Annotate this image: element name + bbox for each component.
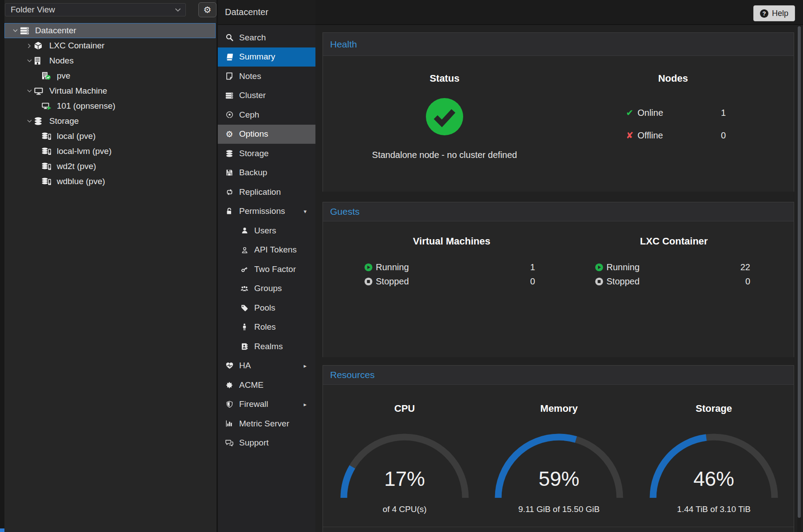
caret-down-icon[interactable] <box>24 89 34 93</box>
vm-heading: Virtual Machines <box>363 236 540 247</box>
resource-tree-panel: Folder View ⚙ Datacenter LXC Container <box>4 0 216 532</box>
menu-item-roles[interactable]: Roles <box>218 318 315 337</box>
menu-item-label: Users <box>254 226 276 236</box>
tree-item-storage-wdblue[interactable]: wdblue (pve) <box>4 174 216 189</box>
nodes-offline-label: Offline <box>638 130 721 141</box>
lxc-stopped-label: Stopped <box>606 276 745 287</box>
menu-item-options[interactable]: ⚙ Options <box>218 125 315 144</box>
top-bar: ? Help <box>315 0 803 25</box>
menu-item-summary[interactable]: Summary <box>218 47 315 67</box>
bar-chart-icon <box>224 420 235 427</box>
tree-item-datacenter[interactable]: Datacenter <box>4 23 216 38</box>
tree-item-storage-local[interactable]: local (pve) <box>4 129 216 144</box>
tree-item-nodes[interactable]: Nodes <box>4 53 216 68</box>
vm-running-row: Running 1 <box>364 260 535 274</box>
menu-item-users[interactable]: Users <box>218 221 315 240</box>
menu-item-ha[interactable]: HA ▸ <box>218 356 315 376</box>
menu-item-cluster[interactable]: Cluster <box>218 86 315 106</box>
tree-item-storage-wd2t[interactable]: wd2t (pve) <box>4 159 216 174</box>
book-icon <box>224 53 235 61</box>
storage-drive-icon <box>42 162 55 170</box>
tree-item-label: Datacenter <box>35 26 76 35</box>
monitor-icon <box>34 87 47 95</box>
tree-settings-button[interactable]: ⚙ <box>198 2 216 17</box>
menu-item-label: Metric Server <box>239 419 289 429</box>
caret-down-icon[interactable] <box>24 59 34 63</box>
status-message: Standalone node - no cluster defined <box>323 150 566 160</box>
caret-down-icon: ▾ <box>303 208 307 215</box>
menu-item-label: API Tokens <box>254 245 297 255</box>
menu-item-ceph[interactable]: Ceph <box>218 105 315 125</box>
tree-item-lxc-container[interactable]: LXC Container <box>4 38 216 53</box>
ceph-icon <box>224 111 235 118</box>
tree-item-label: wdblue (pve) <box>57 177 105 186</box>
server-stack-icon <box>20 27 33 35</box>
storage-drive-icon <box>42 147 55 155</box>
tree-item-vm-101[interactable]: 101 (opnsense) <box>4 99 216 114</box>
menu-item-acme[interactable]: ACME <box>218 375 315 395</box>
menu-item-label: Search <box>239 33 266 43</box>
person-icon <box>239 323 250 331</box>
guests-panel-body: Virtual Machines Running 1 Stopped 0 LXC… <box>323 221 794 357</box>
vertical-scrollbar[interactable] <box>797 25 801 532</box>
menu-item-permissions[interactable]: Permissions ▾ <box>218 202 315 221</box>
menu-item-label: HA <box>239 361 251 370</box>
tree-item-storage-local-lvm[interactable]: local-lvm (pve) <box>4 144 216 159</box>
caret-down-icon[interactable] <box>24 119 34 123</box>
menu-item-label: Replication <box>239 187 281 197</box>
menu-item-api-tokens[interactable]: API Tokens <box>218 240 315 260</box>
health-panel-body: Status Standalone node - no cluster defi… <box>323 56 794 192</box>
view-selector[interactable]: Folder View <box>5 3 186 16</box>
play-circle-icon <box>595 263 606 272</box>
tree-item-label: Nodes <box>49 56 74 66</box>
menu-item-firewall[interactable]: Firewall ▸ <box>218 395 315 414</box>
view-selector-label: Folder View <box>11 5 55 15</box>
menu-item-label: Permissions <box>239 206 285 216</box>
status-heading: Status <box>323 73 566 84</box>
health-panel-header: Health <box>323 33 794 56</box>
menu-item-pools[interactable]: Pools <box>218 298 315 318</box>
menu-item-label: Options <box>239 129 268 139</box>
gear-icon: ⚙ <box>204 4 212 15</box>
menu-item-notes[interactable]: Notes <box>218 67 315 86</box>
menu-item-label: Cluster <box>239 91 266 100</box>
menu-item-realms[interactable]: Realms <box>218 337 315 356</box>
tree-item-label: local-lvm (pve) <box>57 146 112 156</box>
nodes-offline-value: 0 <box>721 130 726 141</box>
cross-icon: ✘ <box>626 130 638 141</box>
lxc-running-row: Running 22 <box>595 260 750 274</box>
key-icon <box>239 266 250 273</box>
caret-down-icon[interactable] <box>10 29 20 32</box>
resources-panel-header: Resources <box>323 366 794 385</box>
menu-item-label: Summary <box>239 52 275 62</box>
tree-item-label: pve <box>57 71 71 81</box>
stop-circle-icon <box>364 277 376 286</box>
menu-item-search[interactable]: Search <box>218 28 315 47</box>
menu-item-metric-server[interactable]: Metric Server <box>218 414 315 433</box>
resources-panel: Resources CPU 17% of 4 CPU(s) Memory 59% <box>323 365 794 532</box>
vm-running-label: Running <box>376 262 530 272</box>
help-button[interactable]: ? Help <box>753 5 795 21</box>
tree-item-label: Virtual Machine <box>49 86 107 96</box>
menu-item-backup[interactable]: Backup <box>218 163 315 183</box>
tree-item-pve[interactable]: pve <box>4 68 216 83</box>
menu-item-replication[interactable]: Replication <box>218 182 315 202</box>
menu-item-groups[interactable]: Groups <box>218 279 315 299</box>
menu-item-two-factor[interactable]: Two Factor <box>218 260 315 279</box>
config-menu-panel: Datacenter Search Summary Notes Cluster … <box>218 0 315 532</box>
tree-item-virtual-machine[interactable]: Virtual Machine <box>4 83 216 99</box>
lxc-rows: Running 22 Stopped 0 <box>595 260 750 288</box>
replication-arrows-icon <box>224 189 235 196</box>
scrollbar-thumb[interactable] <box>798 26 801 518</box>
floppy-icon <box>224 169 235 176</box>
caret-right-icon[interactable] <box>24 43 34 48</box>
tree-item-label: local (pve) <box>57 131 96 141</box>
memory-gauge-percent: 59% <box>481 467 637 491</box>
menu-item-storage[interactable]: Storage <box>218 144 315 163</box>
menu-item-support[interactable]: Support <box>218 433 315 453</box>
unlock-icon <box>224 208 235 215</box>
tree-item-storage[interactable]: Storage <box>4 114 216 129</box>
note-icon <box>224 72 235 80</box>
heartbeat-icon <box>224 362 235 369</box>
guests-panel-header: Guests <box>323 202 794 221</box>
